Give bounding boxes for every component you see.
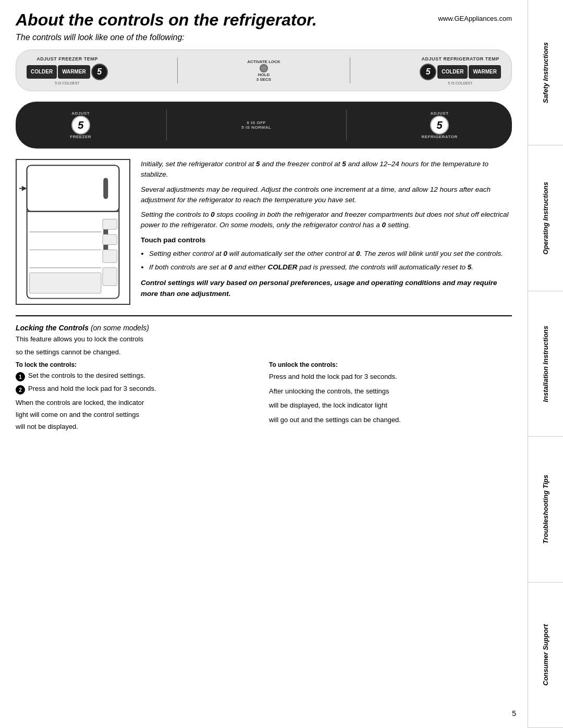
panel2-refrigerator: ADJUST 5 REFRIGERATOR [421, 111, 457, 139]
some-models-text: (on some models) [89, 324, 149, 332]
refrigerator-section: ADJUST REFRIGERATOR TEMP 5 COLDER WARMER… [420, 56, 501, 85]
website-url: www.GEAppliances.com [438, 15, 512, 22]
bullet-1: Setting either control at 0 will automat… [149, 249, 512, 259]
svg-rect-13 [103, 250, 117, 263]
lock-step-2-text: Press and hold the lock pad for 3 second… [28, 385, 156, 392]
unlock-step-1-text: Press and hold the lock pad for 3 second… [269, 372, 512, 382]
sidebar: Safety Instructions Operating Instructio… [528, 0, 563, 728]
warmer-button-2[interactable]: WARMER [469, 65, 501, 79]
fridge-image [16, 159, 130, 305]
sidebar-operating-label: Operating Instructions [542, 182, 550, 254]
locking-title: Locking the Controls (on some models) [16, 324, 512, 332]
divider-1 [177, 57, 178, 83]
step-circle-2: 2 [16, 385, 25, 394]
panel2-divider-1 [166, 109, 167, 141]
control-panel-1: ADJUST FREEZER TEMP COLDER WARMER 5 5 IS… [16, 50, 512, 91]
warmer-button-1[interactable]: WARMER [58, 65, 90, 79]
panel2-refrigerator-label: REFRIGERATOR [421, 134, 457, 139]
lock-step-1-text: Set the controls to the desired settings… [28, 372, 145, 379]
freezer-sublabel-1: 5 IS COLDEST [55, 81, 79, 85]
panel2-adjust2-label: ADJUST [431, 111, 449, 116]
freezer-label: ADJUST FREEZER TEMP [36, 56, 98, 61]
panel2-adjust-label: ADJUST [71, 111, 90, 116]
panel2-center-label2: 5 IS NORMAL [241, 125, 271, 130]
panel2-divider-2 [346, 109, 347, 141]
fridge-svg [17, 160, 129, 304]
panel2-freezer: ADJUST 5 FREEZER [70, 111, 91, 139]
refrigerator-buttons: 5 COLDER WARMER [420, 64, 501, 80]
main-content: About the controls on the refrigerator. … [0, 0, 528, 728]
body-para-3: Setting the controls to 0 stops cooling … [141, 209, 512, 231]
lock-note-3: will not be displayed. [16, 423, 259, 430]
divider-2 [350, 57, 350, 83]
body-para-1: Initially, set the refrigerator control … [141, 159, 512, 180]
svg-rect-11 [103, 219, 117, 229]
bullet-2: If both controls are set at 0 and either… [149, 262, 512, 273]
unlock-column: To unlock the controls: Press and hold t… [269, 361, 512, 430]
panel2-number-1: 5 [71, 116, 90, 134]
unlock-col-title: To unlock the controls: [269, 361, 512, 368]
locking-section: Locking the Controls (on some models) Th… [16, 324, 512, 430]
lock-step-2: 2 Press and hold the lock pad for 3 seco… [16, 385, 259, 394]
secs-label: 3 SECS [256, 77, 271, 82]
sidebar-safety[interactable]: Safety Instructions [528, 0, 563, 145]
freezer-number-1: 5 [91, 64, 108, 80]
section-divider [16, 315, 512, 316]
svg-rect-12 [103, 235, 117, 245]
unlock-note-3: will go out and the settings can be chan… [269, 415, 512, 425]
refrigerator-number: 5 [420, 64, 436, 80]
content-area: Initially, set the refrigerator control … [16, 159, 512, 305]
activate-lock-section: ACTIVATE LOCK HOLD 3 SECS [247, 59, 280, 82]
unlock-note-1: After unlocking the controls, the settin… [269, 386, 512, 397]
colder-button-1[interactable]: COLDER [27, 65, 57, 79]
locking-desc-line2: so the settings cannot be changed. [16, 348, 512, 356]
bold-para: Control settings will vary based on pers… [141, 278, 512, 299]
svg-rect-3 [104, 178, 108, 199]
svg-marker-9 [22, 186, 27, 191]
subtitle: The controls will look like one of the f… [16, 33, 512, 42]
hold-label: HOLD [258, 72, 270, 77]
activate-lock-label: ACTIVATE LOCK [247, 59, 280, 64]
step-circle-1: 1 [16, 372, 25, 381]
sidebar-installation[interactable]: Installation Instructions [528, 291, 563, 437]
touch-pad-title: Touch pad controls [141, 235, 512, 245]
unlock-note-2: will be displayed, the lock indicator li… [269, 400, 512, 411]
freezer-buttons: COLDER WARMER 5 [27, 64, 108, 80]
svg-rect-8 [30, 273, 101, 293]
header: About the controls on the refrigerator. … [16, 10, 512, 30]
control-panel-2: ADJUST 5 FREEZER 0 IS OFF 5 IS NORMAL AD… [16, 102, 512, 149]
page-number: 5 [512, 709, 516, 718]
sidebar-installation-label: Installation Instructions [542, 326, 550, 402]
sidebar-safety-label: Safety Instructions [542, 42, 550, 103]
panel2-center-label1: 0 IS OFF [247, 120, 266, 125]
locking-title-text: Locking the Controls [16, 324, 89, 332]
panel2-freezer-label: FREEZER [70, 134, 91, 139]
lock-indicator [260, 64, 268, 72]
sidebar-consumer[interactable]: Consumer Support [528, 583, 563, 728]
lock-step-1: 1 Set the controls to the desired settin… [16, 372, 259, 381]
refrigerator-sublabel: 5 IS COLDEST [448, 81, 472, 85]
sidebar-operating[interactable]: Operating Instructions [528, 145, 563, 291]
lock-col-title: To lock the controls: [16, 361, 259, 368]
text-content: Initially, set the refrigerator control … [141, 159, 512, 305]
page-title: About the controls on the refrigerator. [16, 10, 317, 30]
panel2-center: 0 IS OFF 5 IS NORMAL [241, 120, 271, 130]
sidebar-troubleshooting[interactable]: Troubleshooting Tips [528, 437, 563, 582]
lock-column: To lock the controls: 1 Set the controls… [16, 361, 259, 430]
locking-columns: To lock the controls: 1 Set the controls… [16, 361, 512, 430]
colder-button-2[interactable]: COLDER [437, 65, 468, 79]
body-para-2: Several adjustments may be required. Adj… [141, 184, 512, 206]
locking-desc-line1: This feature allows you to lock the cont… [16, 335, 512, 343]
svg-rect-14 [103, 268, 117, 286]
lock-note-2: light will come on and the control setti… [16, 411, 259, 418]
bullet-list: Setting either control at 0 will automat… [149, 249, 512, 273]
sidebar-troubleshooting-label: Troubleshooting Tips [542, 475, 550, 544]
sidebar-consumer-label: Consumer Support [542, 624, 550, 686]
freezer-section: ADJUST FREEZER TEMP COLDER WARMER 5 5 IS… [27, 56, 108, 85]
panel2-number-2: 5 [430, 116, 449, 134]
lock-note-1: When the controls are locked, the indica… [16, 399, 259, 406]
refrigerator-label: ADJUST REFRIGERATOR TEMP [421, 56, 499, 61]
